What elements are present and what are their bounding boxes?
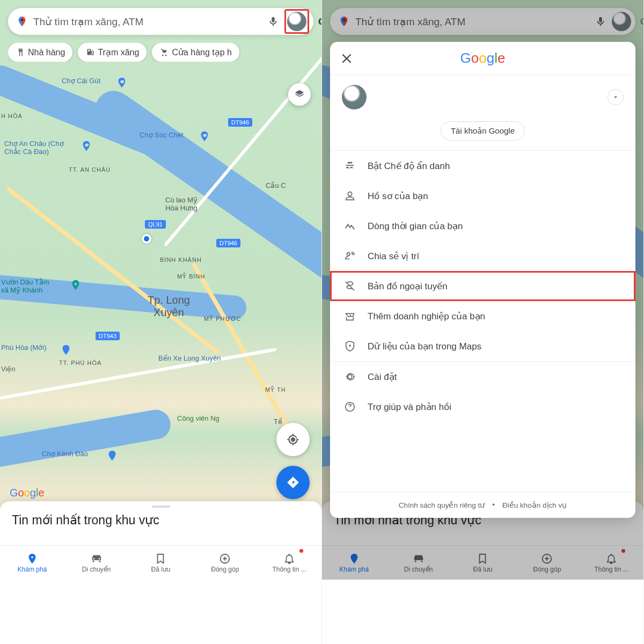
- poi-label[interactable]: Cầu C: [266, 181, 286, 189]
- my-location-dot: [142, 234, 151, 244]
- menu-timeline[interactable]: Dòng thời gian của bạn: [330, 211, 635, 241]
- route-badge: QL91: [145, 220, 166, 229]
- maps-pin-icon: [16, 16, 28, 27]
- account-menu: Google Tài khoản Google Bật Chế độ ẩn da…: [330, 42, 635, 518]
- nav-contribute[interactable]: Đóng góp: [193, 546, 257, 580]
- sheet-handle[interactable]: [152, 506, 170, 508]
- mic-icon[interactable]: [267, 16, 279, 27]
- profile-avatar[interactable]: [287, 12, 306, 31]
- search-placeholder: Thử tìm trạm xăng, ATM: [33, 16, 262, 28]
- profile-avatar: [612, 12, 631, 31]
- poi-label[interactable]: Chợ Cái Gút: [62, 77, 100, 85]
- menu-location-sharing[interactable]: Chia sẻ vị trí: [330, 241, 635, 271]
- google-account-button[interactable]: Tài khoản Google: [441, 121, 525, 141]
- area-label: MỸ BÌNH: [177, 273, 206, 280]
- menu-help[interactable]: Trợ giúp và phản hồi: [330, 392, 635, 422]
- nav-saved[interactable]: Đã lưu: [129, 546, 193, 580]
- search-bar: Thử tìm trạm xăng, ATM: [330, 8, 635, 35]
- sheet-title: Tin mới nhất trong khu vực: [12, 513, 159, 527]
- poi-label[interactable]: Vườn Dâu Tằm xã Mỹ Khánh: [1, 278, 49, 294]
- route-badge: DT946: [228, 118, 252, 127]
- route-badge: DT946: [216, 239, 240, 247]
- close-icon[interactable]: [340, 52, 354, 65]
- chip-grocery[interactable]: Cửa hàng tạp h: [152, 43, 239, 62]
- poi-label[interactable]: Tế: [274, 418, 282, 426]
- map-canvas[interactable]: Chợ Cái Gút H HÒA Chợ An Châu (Chợ Chắc …: [0, 0, 321, 580]
- menu-add-business[interactable]: Thêm doanh nghiệp của bạn: [330, 301, 635, 331]
- locate-button[interactable]: [276, 423, 310, 456]
- expand-accounts-icon[interactable]: [608, 89, 624, 105]
- privacy-link[interactable]: Chính sách quyền riêng tư: [399, 501, 485, 509]
- google-logo: Google: [460, 50, 506, 67]
- area-label: Cù lao Mỹ Hòa Hưng: [165, 196, 197, 212]
- terms-link[interactable]: Điều khoản dịch vụ: [502, 501, 567, 509]
- bottom-nav-dimmed: Khám phá Di chuyển Đã lưu Đóng góp Thông…: [322, 545, 643, 580]
- nav-updates[interactable]: Thông tin ...: [257, 546, 321, 580]
- nav-explore[interactable]: Khám phá: [0, 546, 64, 580]
- category-chips: Nhà hàng Trạm xăng Cửa hàng tạp h: [8, 43, 321, 62]
- area-label: MỸ PHƯỚC: [204, 316, 241, 323]
- chip-gas[interactable]: Trạm xăng: [78, 43, 147, 62]
- poi-label[interactable]: Phú Hòa (Mới): [1, 343, 47, 352]
- poi-label[interactable]: Bến Xe Long Xuyên: [158, 354, 221, 362]
- svg-point-4: [349, 345, 351, 347]
- menu-your-data[interactable]: Dữ liệu của bạn trong Maps: [330, 331, 635, 361]
- menu-settings[interactable]: Cài đặt: [330, 362, 635, 392]
- menu-profile[interactable]: Hồ sơ của bạn: [330, 181, 635, 211]
- maps-pin-icon: [338, 16, 350, 27]
- area-label: TT. PHÚ HÒA: [59, 360, 101, 366]
- area-label: TT. AN CHÂU: [69, 166, 111, 173]
- bottom-nav: Khám phá Di chuyển Đã lưu Đóng góp Thông…: [0, 545, 321, 580]
- layers-button[interactable]: [288, 83, 311, 106]
- poi-label[interactable]: Công viên Ng: [177, 414, 219, 422]
- poi-label[interactable]: Chợ Sóc Chét: [140, 131, 184, 139]
- area-label: MỸ TH: [265, 386, 286, 393]
- notification-dot: [299, 549, 303, 553]
- bottom-sheet[interactable]: Tin mới nhất trong khu vực: [0, 501, 321, 545]
- partial-letter: c: [640, 14, 644, 28]
- account-row[interactable]: [330, 75, 635, 119]
- route-badge: DT943: [96, 332, 120, 340]
- chip-restaurants[interactable]: Nhà hàng: [8, 43, 72, 62]
- area-label: H HÒA: [1, 113, 23, 119]
- partial-letter: c: [318, 14, 322, 28]
- svg-point-2: [342, 19, 345, 21]
- account-avatar: [342, 85, 367, 109]
- poi-label[interactable]: Chợ Kênh Đào: [42, 450, 88, 458]
- directions-button[interactable]: [276, 466, 310, 499]
- mic-icon: [595, 16, 606, 27]
- poi-label[interactable]: Chợ An Châu (Chợ Chắc Cà Đao): [4, 140, 64, 156]
- poi-label[interactable]: Viện: [1, 365, 16, 373]
- search-bar[interactable]: Thử tìm trạm xăng, ATM: [8, 8, 313, 35]
- svg-point-0: [20, 19, 23, 21]
- city-label: Tp. Long Xuyên: [148, 294, 190, 319]
- nav-go[interactable]: Di chuyển: [64, 546, 129, 580]
- profile-highlight: [284, 9, 309, 34]
- menu-incognito[interactable]: Bật Chế độ ẩn danh: [330, 151, 635, 181]
- menu-offline-maps[interactable]: Bản đồ ngoại tuyến: [330, 271, 635, 301]
- google-logo: Google: [10, 487, 45, 499]
- area-label: BÌNH KHÁNH: [160, 257, 202, 263]
